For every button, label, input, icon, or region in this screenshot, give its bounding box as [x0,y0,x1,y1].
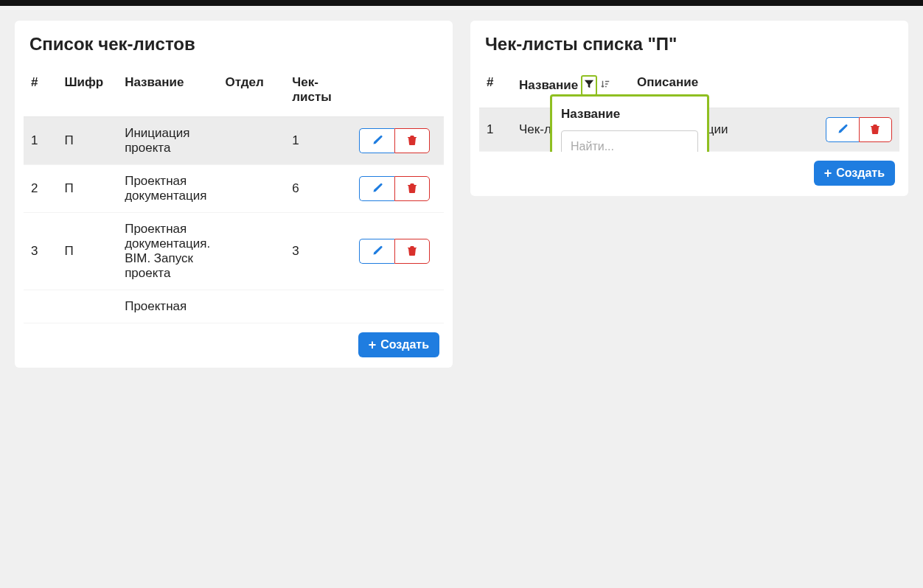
cell-name: Инициация проекта [117,117,217,165]
trash-icon [406,245,418,259]
filter-search-input[interactable] [561,130,698,152]
filter-popup-label: Название [561,107,698,122]
cell-dept [217,165,285,213]
topbar [0,0,923,6]
delete-button[interactable] [859,117,892,142]
cell-dept [217,213,285,290]
filter-button[interactable] [581,75,597,96]
trash-icon [406,134,418,148]
table-row[interactable]: 3 П Проектная документация. BIM. Запуск … [24,213,444,290]
cell-checklists: 6 [285,165,352,213]
cell-name: Проектная [117,290,217,323]
cell-checklists [285,290,352,323]
cell-num: 1 [24,117,57,165]
panel-title-left: Список чек-листов [15,21,453,63]
col-actions [818,63,899,108]
edit-button[interactable] [359,239,394,264]
cell-name: Проектная документация [117,165,217,213]
col-num[interactable]: # [24,63,57,117]
edit-button[interactable] [826,117,859,142]
cell-code [57,290,117,323]
delete-button[interactable] [394,128,430,153]
checklists-of-list-panel: Чек-листы списка "П" # Название [470,21,908,196]
edit-button[interactable] [359,128,394,153]
table-row[interactable]: 1 П Инициация проекта 1 [24,117,444,165]
table-row[interactable]: 2 П Проектная документация 6 [24,165,444,213]
plus-icon: + [824,167,832,180]
cell-num: 3 [24,213,57,290]
checklist-lists-panel: Список чек-листов # Шифр Название Отдел … [15,21,453,368]
filter-popup: Название [550,94,709,152]
col-name[interactable]: Название [117,63,217,117]
cell-dept [217,290,285,323]
delete-button[interactable] [394,239,430,264]
edit-button[interactable] [359,176,394,201]
pencil-icon [372,245,383,259]
cell-code: П [57,165,117,213]
col-name-label: Название [519,78,578,93]
pencil-icon [372,182,383,196]
create-button[interactable]: + Создать [814,161,895,186]
plus-icon: + [369,338,377,351]
left-table-scroll[interactable]: # Шифр Название Отдел Чек-листы 1 П Иниц… [15,63,453,323]
table-row[interactable]: Проектная [24,290,444,323]
delete-button[interactable] [394,176,430,201]
filter-icon [584,78,594,93]
cell-checklists: 3 [285,213,352,290]
cell-checklists: 1 [285,117,352,165]
create-button[interactable]: + Создать [358,332,439,357]
pencil-icon [837,123,849,137]
cell-code: П [57,117,117,165]
sort-icon [600,78,610,93]
col-dept[interactable]: Отдел [217,63,285,117]
col-code[interactable]: Шифр [57,63,117,117]
checklist-lists-table: # Шифр Название Отдел Чек-листы 1 П Иниц… [24,63,444,323]
sort-button[interactable] [600,78,610,93]
trash-icon [406,182,418,196]
cell-name: Проектная документация. BIM. Запуск прое… [117,213,217,290]
pencil-icon [372,134,383,148]
trash-icon [869,123,881,137]
create-button-label: Создать [380,338,429,351]
col-checklists[interactable]: Чек-листы [285,63,352,117]
col-num[interactable]: # [479,63,512,108]
create-button-label: Создать [836,167,885,180]
cell-code: П [57,213,117,290]
cell-num [24,290,57,323]
panel-title-right: Чек-листы списка "П" [470,21,908,63]
cell-num: 1 [479,108,512,152]
col-actions [352,63,444,117]
cell-dept [217,117,285,165]
cell-num: 2 [24,165,57,213]
